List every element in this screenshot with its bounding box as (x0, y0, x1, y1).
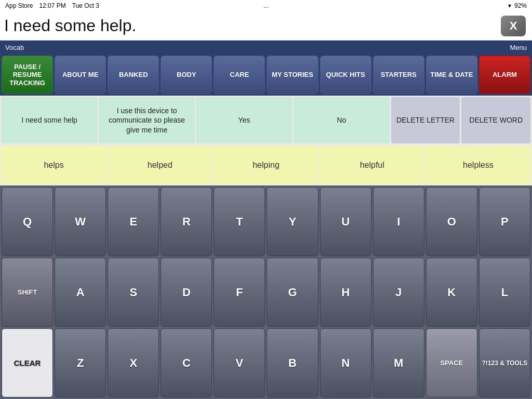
time-label: 12:07 PM (39, 2, 65, 9)
vocab-label: Vocab (5, 44, 24, 51)
key-x[interactable]: X (108, 328, 159, 397)
cat-banked[interactable]: BANKED (108, 56, 159, 94)
word-yes[interactable]: Yes (196, 97, 292, 143)
clear-key[interactable]: CLEAR (2, 328, 53, 397)
key-i[interactable]: I (373, 187, 424, 256)
vocab-menu-bar: Vocab Menu (0, 41, 532, 54)
key-r[interactable]: R (161, 187, 212, 256)
ellipsis: ... (263, 2, 269, 9)
key-f[interactable]: F (214, 258, 265, 327)
key-d[interactable]: D (161, 258, 212, 327)
word-forms-row: helps helped helping helpful helpless (0, 145, 532, 185)
key-t[interactable]: T (214, 187, 265, 256)
wf-helped[interactable]: helped (108, 147, 212, 184)
key-a[interactable]: A (55, 258, 106, 327)
cat-starters[interactable]: STARTERS (373, 56, 424, 94)
keyboard-row-1: Q W E R T Y U I O P (2, 187, 530, 256)
main-content: Vocab Menu PAUSE / RESUME TRACKING ABOUT… (0, 41, 532, 399)
cat-body[interactable]: BODY (161, 56, 212, 94)
key-h[interactable]: H (320, 258, 371, 327)
key-w[interactable]: W (55, 187, 106, 256)
page-title: I need some help. (4, 16, 136, 35)
key-y[interactable]: Y (267, 187, 318, 256)
key-e[interactable]: E (108, 187, 159, 256)
status-bar: App Store 12:07 PM Tue Oct 3 ... ▾ 92% (0, 0, 532, 11)
cat-time-date[interactable]: TIME & DATE (426, 56, 477, 94)
wf-helpful[interactable]: helpful (320, 147, 424, 184)
cat-my-stories[interactable]: MY STORIES (267, 56, 318, 94)
key-q[interactable]: Q (2, 187, 53, 256)
key-l[interactable]: L (479, 258, 530, 327)
x-label: X (510, 19, 517, 33)
keyboard-section: Q W E R T Y U I O P SHIFT A S D F G H J … (0, 185, 532, 399)
key-n[interactable]: N (320, 328, 371, 397)
delete-x-button[interactable]: X (501, 16, 526, 36)
key-o[interactable]: O (426, 187, 477, 256)
keyboard-row-2: SHIFT A S D F G H J K L (2, 258, 530, 327)
shift-key[interactable]: SHIFT (2, 258, 53, 327)
tools-key[interactable]: ?!123 & TOOLS (479, 328, 530, 397)
word-suggestion-row: I need some help I use this device to co… (0, 96, 532, 145)
key-j[interactable]: J (373, 258, 424, 327)
key-k[interactable]: K (426, 258, 477, 327)
wifi-icon: ▾ (508, 2, 511, 9)
wf-helpless[interactable]: helpless (426, 147, 530, 184)
cat-care[interactable]: CARE (214, 56, 265, 94)
category-row: PAUSE / RESUME TRACKING ABOUT ME BANKED … (0, 54, 532, 96)
delete-letter-button[interactable]: DELETE LETTER (391, 97, 460, 143)
word-i-need-help[interactable]: I need some help (2, 97, 97, 143)
keyboard-row-3: CLEAR Z X C V B N M SPACE ?!123 & TOOLS (2, 328, 530, 397)
key-g[interactable]: G (267, 258, 318, 327)
wf-helps[interactable]: helps (2, 147, 106, 184)
wf-helping[interactable]: helping (214, 147, 318, 184)
key-p[interactable]: P (479, 187, 530, 256)
space-key[interactable]: SPACE (426, 328, 477, 397)
word-no[interactable]: No (294, 97, 389, 143)
cat-quick-hits[interactable]: QUICK HITS (320, 56, 371, 94)
key-s[interactable]: S (108, 258, 159, 327)
key-z[interactable]: Z (55, 328, 106, 397)
key-m[interactable]: M (373, 328, 424, 397)
date-label: Tue Oct 3 (72, 2, 99, 9)
key-u[interactable]: U (320, 187, 371, 256)
key-c[interactable]: C (161, 328, 212, 397)
cat-pause-resume[interactable]: PAUSE / RESUME TRACKING (2, 56, 53, 94)
cat-alarm[interactable]: ALARM (479, 56, 530, 94)
app-store-label: App Store (5, 2, 33, 9)
delete-word-button[interactable]: DELETE WORD (461, 97, 530, 143)
battery-label: 92% (514, 2, 527, 9)
key-b[interactable]: B (267, 328, 318, 397)
cat-about-me[interactable]: ABOUT ME (55, 56, 106, 94)
word-device-communicate[interactable]: I use this device to communicate so plea… (99, 97, 194, 143)
key-v[interactable]: V (214, 328, 265, 397)
title-bar: I need some help. X (0, 11, 532, 41)
menu-label: Menu (510, 44, 527, 51)
